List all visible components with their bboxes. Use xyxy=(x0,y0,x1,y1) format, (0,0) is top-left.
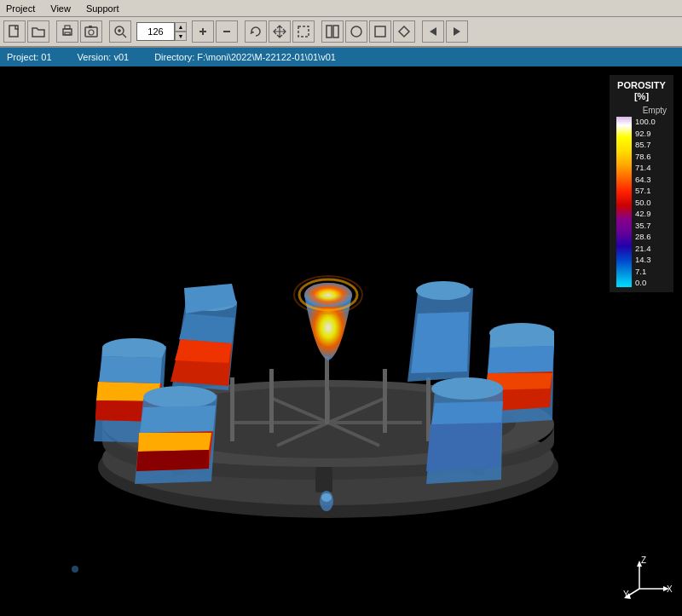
legend-value-4: 71.4 xyxy=(635,163,656,172)
status-directory: Directory: F:\moni\2022\M-22122-01\01\v0… xyxy=(154,52,336,62)
status-project: Project: 01 xyxy=(7,52,52,62)
svg-line-8 xyxy=(123,34,126,37)
legend-value-0: 100.0 xyxy=(635,117,656,126)
toolbar-btn-screenshot[interactable] xyxy=(80,20,102,43)
menu-bar: Project View Support xyxy=(0,0,682,17)
svg-rect-14 xyxy=(298,26,309,37)
toolbar-btn-zoom-in[interactable] xyxy=(109,20,131,43)
toolbar-btn-zoom-minus[interactable] xyxy=(216,20,238,43)
toolbar-btn-rect[interactable] xyxy=(369,20,391,43)
toolbar-btn-prev[interactable] xyxy=(422,20,444,43)
color-legend: POROSITY [%] Empty xyxy=(610,75,673,292)
legend-value-11: 21.4 xyxy=(635,244,656,253)
zoom-spin-up[interactable]: ▲ xyxy=(175,22,187,32)
toolbar-btn-next[interactable] xyxy=(446,20,468,43)
legend-empty-label: Empty xyxy=(616,106,667,115)
axis-indicator: Z Y X xyxy=(622,556,673,599)
legend-value-14: 0.0 xyxy=(635,278,656,287)
svg-point-17 xyxy=(351,26,361,37)
svg-rect-15 xyxy=(327,26,332,37)
legend-value-9: 35.7 xyxy=(635,221,656,230)
svg-rect-16 xyxy=(333,26,338,37)
legend-labels: 100.092.985.778.671.464.357.150.042.935.… xyxy=(635,117,656,287)
svg-rect-42 xyxy=(230,377,234,441)
status-version: Version: v01 xyxy=(78,52,130,62)
toolbar-btn-select[interactable] xyxy=(292,20,315,43)
toolbar-btn-print[interactable] xyxy=(56,20,78,43)
menu-project[interactable]: Project xyxy=(3,3,38,14)
legend-value-12: 14.3 xyxy=(635,255,656,264)
zoom-input-group: ▲ ▼ xyxy=(136,22,187,41)
svg-rect-57 xyxy=(616,117,632,287)
svg-point-5 xyxy=(89,30,94,35)
toolbar-btn-clip[interactable] xyxy=(321,20,344,43)
y-axis-label: Y xyxy=(623,590,629,599)
legend-value-7: 50.0 xyxy=(635,198,656,207)
svg-marker-19 xyxy=(399,26,409,37)
toolbar-btn-diamond[interactable] xyxy=(393,20,415,43)
svg-rect-3 xyxy=(65,32,70,35)
z-axis-label: Z xyxy=(641,556,646,565)
x-axis-label: X xyxy=(667,584,673,594)
legend-value-6: 57.1 xyxy=(635,186,656,195)
legend-value-5: 64.3 xyxy=(635,175,656,184)
legend-value-1: 92.9 xyxy=(635,129,656,138)
svg-rect-22 xyxy=(0,66,682,616)
menu-support[interactable]: Support xyxy=(84,3,122,14)
svg-point-45 xyxy=(304,283,352,307)
toolbar-btn-new[interactable] xyxy=(3,20,26,43)
zoom-input[interactable] xyxy=(136,22,175,41)
toolbar-btn-open[interactable] xyxy=(27,20,49,43)
legend-value-13: 7.1 xyxy=(635,267,656,276)
svg-rect-38 xyxy=(269,369,274,433)
toolbar: ▲ ▼ xyxy=(0,17,682,48)
svg-rect-18 xyxy=(375,26,385,37)
svg-marker-20 xyxy=(430,27,436,36)
toolbar-btn-circle[interactable] xyxy=(345,20,367,43)
legend-value-2: 85.7 xyxy=(635,140,656,149)
svg-point-53 xyxy=(431,377,503,400)
svg-point-55 xyxy=(321,493,332,502)
svg-point-56 xyxy=(72,566,78,573)
scene-canvas xyxy=(0,66,682,616)
svg-rect-2 xyxy=(65,26,70,29)
svg-rect-0 xyxy=(9,26,18,37)
legend-value-8: 42.9 xyxy=(635,209,656,218)
resize-handle[interactable] xyxy=(673,0,682,9)
toolbar-btn-rotate[interactable] xyxy=(245,20,267,43)
svg-rect-39 xyxy=(383,369,387,433)
toolbar-btn-pan[interactable] xyxy=(269,20,291,43)
legend-gradient xyxy=(616,117,632,287)
legend-value-10: 28.6 xyxy=(635,232,656,241)
svg-rect-37 xyxy=(325,356,329,424)
toolbar-btn-zoom-plus[interactable] xyxy=(192,20,214,43)
legend-value-3: 78.6 xyxy=(635,152,656,161)
svg-marker-21 xyxy=(454,27,460,36)
svg-point-52 xyxy=(143,386,217,408)
zoom-spin-down[interactable]: ▼ xyxy=(175,32,187,41)
svg-rect-27 xyxy=(315,467,332,492)
svg-rect-6 xyxy=(89,26,92,28)
legend-title: POROSITY [%] xyxy=(616,80,667,102)
svg-point-49 xyxy=(416,281,471,300)
status-bar: Project: 01 Version: v01 Directory: F:\m… xyxy=(0,48,682,66)
menu-view[interactable]: View xyxy=(48,3,73,14)
viewport[interactable]: POROSITY [%] Empty xyxy=(0,66,682,616)
